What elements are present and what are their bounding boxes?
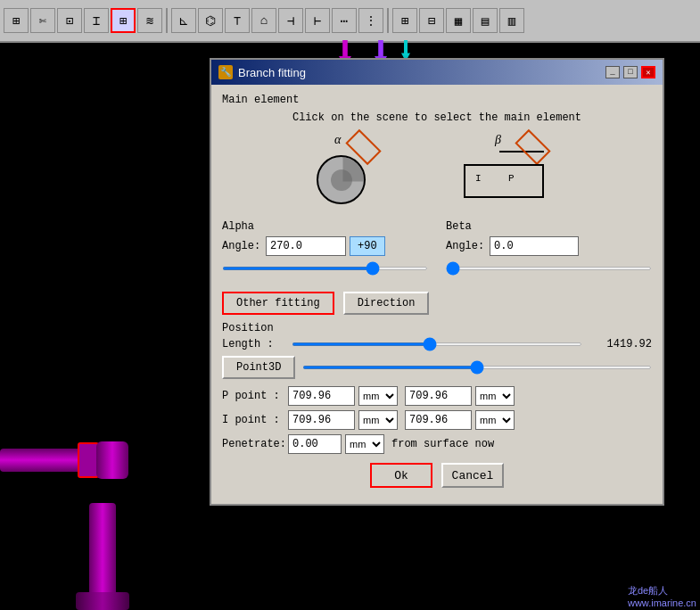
- length-slider[interactable]: [292, 342, 582, 346]
- alpha-slider-container: [222, 261, 428, 277]
- close-button[interactable]: ✕: [641, 66, 655, 78]
- pipe-base: [76, 592, 129, 610]
- beta-angle-section: Beta Angle:: [446, 220, 652, 284]
- toolbar-btn-11[interactable]: ⊣: [278, 8, 303, 33]
- toolbar-btn-15[interactable]: ⊞: [392, 8, 417, 33]
- branch-fitting-dialog: 🔧 Branch fitting _ □ ✕ Main element Clic…: [210, 58, 664, 506]
- i-point-row: I point : mm mm: [222, 410, 652, 430]
- cancel-button[interactable]: Cancel: [441, 463, 504, 488]
- p-point-row: P point : mm mm: [222, 386, 652, 406]
- p-point-x-input[interactable]: [288, 386, 355, 406]
- dialog-titlebar: 🔧 Branch fitting _ □ ✕: [211, 60, 663, 85]
- toolbar-btn-13[interactable]: ⋯: [332, 8, 357, 33]
- length-row: Length : 1419.92: [222, 338, 652, 350]
- point3d-row: Point3D: [222, 356, 652, 379]
- angle-row: Alpha Angle: +90 Beta Angle:: [222, 220, 652, 284]
- maximize-button[interactable]: □: [623, 66, 638, 78]
- toolbar-btn-19[interactable]: ▥: [499, 8, 524, 33]
- alpha-slider[interactable]: [222, 267, 428, 270]
- alpha-angle-section: Alpha Angle: +90: [222, 220, 428, 284]
- beta-diagram: β I P: [459, 133, 575, 213]
- other-fitting-button[interactable]: Other fitting: [222, 292, 334, 315]
- dialog-icon: 🔧: [218, 65, 233, 79]
- p-point-y-input[interactable]: [405, 386, 472, 406]
- penetrate-label: Penetrate:: [222, 438, 284, 450]
- p-label: P: [508, 173, 515, 184]
- toolbar: ⊞ ✄ ⊡ ⌶ ⊞ ≋ ⊾ ⌬ ⊤ ⌂ ⊣ ⊢ ⋯ ⋮ ⊞ ⊟ ▦ ▤ ▥: [0, 0, 700, 43]
- fitting-button-row: Other fitting Direction: [222, 292, 652, 315]
- i-point-label: I point :: [222, 414, 284, 426]
- alpha-section-title: Alpha: [222, 220, 428, 233]
- alpha-diagram: α: [299, 133, 406, 213]
- alpha-circle: [317, 155, 366, 204]
- i-point-x-unit[interactable]: mm: [358, 410, 398, 430]
- beta-angle-label: Angle:: [446, 240, 486, 252]
- i-point-y-unit[interactable]: mm: [475, 410, 515, 430]
- watermark: 龙de船人 www.imarine.cn: [628, 584, 696, 608]
- length-value: 1419.92: [589, 338, 652, 350]
- toolbar-btn-16[interactable]: ⊟: [419, 8, 444, 33]
- toolbar-btn-18[interactable]: ▤: [473, 8, 498, 33]
- ok-button[interactable]: Ok: [370, 463, 432, 488]
- alpha-symbol: α: [334, 133, 341, 147]
- penetrate-unit[interactable]: mm: [345, 434, 384, 454]
- diagram-area: α β I P: [222, 133, 652, 213]
- plus90-button[interactable]: +90: [350, 236, 385, 256]
- beta-angle-input[interactable]: [490, 236, 579, 256]
- i-point-y-input[interactable]: [405, 410, 472, 430]
- toolbar-btn-3[interactable]: ⊡: [57, 8, 82, 33]
- p-point-label: P point :: [222, 390, 284, 402]
- p-point-x-unit[interactable]: mm: [358, 386, 398, 406]
- position-label: Position: [222, 322, 652, 334]
- i-point-x-input[interactable]: [288, 410, 355, 430]
- minimize-button[interactable]: _: [605, 66, 620, 78]
- penetrate-row: Penetrate: mm from surface now: [222, 434, 652, 454]
- position-section: Position Length : 1419.92 Point3D P poin…: [222, 322, 652, 454]
- point3d-button[interactable]: Point3D: [222, 356, 295, 379]
- toolbar-btn-1[interactable]: ⊞: [4, 8, 29, 33]
- beta-symbol: β: [495, 133, 501, 147]
- alpha-angle-label: Angle:: [222, 240, 262, 252]
- beta-slider[interactable]: [446, 267, 652, 270]
- ok-cancel-row: Ok Cancel: [222, 463, 652, 495]
- toolbar-btn-2[interactable]: ✄: [30, 8, 55, 33]
- beta-angle-input-row: Angle:: [446, 236, 652, 256]
- toolbar-btn-10[interactable]: ⌂: [251, 8, 276, 33]
- point3d-slider[interactable]: [302, 366, 652, 369]
- dialog-body: Main element Click on the scene to selec…: [211, 85, 663, 504]
- window-controls: _ □ ✕: [604, 66, 655, 78]
- instruction-text: Click on the scene to select the main el…: [222, 111, 652, 124]
- pipe-scene: [0, 43, 214, 610]
- toolbar-btn-4[interactable]: ⌶: [84, 8, 109, 33]
- toolbar-separator-1: [166, 8, 168, 33]
- beta-slider-container: [446, 261, 652, 277]
- i-label: I: [475, 173, 482, 184]
- direction-button[interactable]: Direction: [343, 292, 430, 315]
- dialog-title: Branch fitting: [238, 66, 306, 79]
- main-element-label: Main element: [222, 94, 652, 106]
- beta-rect: [515, 129, 550, 165]
- beta-section-title: Beta: [446, 220, 652, 233]
- penetrate-input[interactable]: [288, 434, 342, 454]
- toolbar-btn-17[interactable]: ▦: [446, 8, 471, 33]
- alpha-angle-input-row: Angle: +90: [222, 236, 428, 256]
- toolbar-btn-14[interactable]: ⋮: [358, 8, 383, 33]
- toolbar-btn-8[interactable]: ⌬: [198, 8, 223, 33]
- alpha-angle-input[interactable]: [266, 236, 346, 256]
- toolbar-separator-2: [387, 8, 389, 33]
- toolbar-btn-6[interactable]: ≋: [137, 8, 162, 33]
- from-surface-text: from surface now: [391, 438, 494, 450]
- toolbar-btn-5-active[interactable]: ⊞: [111, 8, 136, 33]
- toolbar-btn-12[interactable]: ⊢: [305, 8, 330, 33]
- pipe-connector: [96, 441, 128, 479]
- toolbar-btn-7[interactable]: ⊾: [171, 8, 196, 33]
- toolbar-btn-9[interactable]: ⊤: [225, 8, 250, 33]
- length-label: Length :: [222, 338, 284, 350]
- p-point-y-unit[interactable]: mm: [475, 386, 515, 406]
- titlebar-left: 🔧 Branch fitting: [218, 65, 306, 79]
